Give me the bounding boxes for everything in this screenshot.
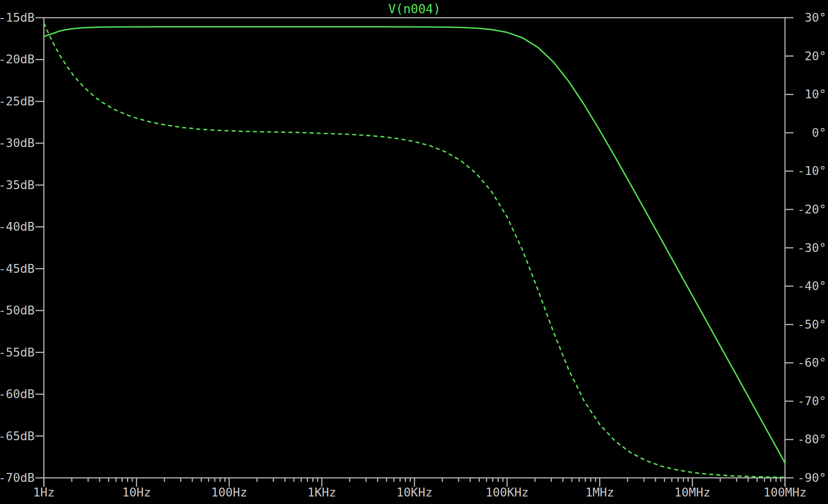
y-right-tick-label: -10° <box>797 164 826 178</box>
axis-ticks <box>35 18 793 487</box>
y-left-tick-label: -45dB <box>0 262 35 275</box>
y-right-tick-label: -70° <box>797 394 826 408</box>
y-left-tick-label: -60dB <box>0 387 35 401</box>
x-tick-label: 10MHz <box>674 485 710 499</box>
y-right-tick-label: -80° <box>797 432 826 446</box>
y-left-tick-label: -35dB <box>0 178 35 192</box>
y-right-tick-label: 10° <box>805 87 826 101</box>
y-left-tick-label: -40dB <box>0 220 35 233</box>
y-right-tick-label: -20° <box>797 202 826 216</box>
x-tick-label: 10KHz <box>396 485 432 499</box>
trace-phase[interactable] <box>44 23 785 477</box>
x-tick-label: 100MHz <box>763 485 807 499</box>
y-left-tick-label: -25dB <box>0 94 35 108</box>
y-right-tick-label: -30° <box>797 241 826 255</box>
y-right-tick-label: 30° <box>805 11 826 24</box>
y-left-tick-label: -15dB <box>0 11 35 24</box>
y-right-tick-label: -90° <box>797 471 826 485</box>
bode-plot-canvas[interactable]: V(n004) -15dB-20dB-25dB-30dB-35dB-40dB-4… <box>0 0 828 504</box>
trace-magnitude[interactable] <box>44 27 785 463</box>
axis-labels: -15dB-20dB-25dB-30dB-35dB-40dB-45dB-50dB… <box>0 11 826 499</box>
x-tick-label: 10Hz <box>122 485 151 499</box>
y-right-tick-label: -60° <box>797 356 826 369</box>
y-left-tick-label: -20dB <box>0 52 35 66</box>
y-right-tick-label: 0° <box>812 126 826 140</box>
plot-title[interactable]: V(n004) <box>388 2 441 16</box>
y-right-tick-label: -50° <box>797 318 826 331</box>
y-left-tick-label: -70dB <box>0 471 35 485</box>
y-left-tick-label: -65dB <box>0 429 35 443</box>
y-left-tick-label: -30dB <box>0 136 35 150</box>
y-right-tick-label: -40° <box>797 279 826 293</box>
x-tick-label: 100KHz <box>485 485 529 499</box>
y-right-tick-label: 20° <box>805 49 826 63</box>
x-tick-label: 100Hz <box>211 485 247 499</box>
waveform-traces <box>44 23 785 477</box>
x-tick-label: 1Hz <box>33 485 55 499</box>
ltspice-waveform-window: V(n004) -15dB-20dB-25dB-30dB-35dB-40dB-4… <box>0 0 828 504</box>
x-tick-label: 1MHz <box>585 485 614 499</box>
plot-frame <box>44 18 785 487</box>
y-left-tick-label: -50dB <box>0 303 35 317</box>
y-left-tick-label: -55dB <box>0 345 35 359</box>
x-tick-label: 1KHz <box>307 485 336 499</box>
